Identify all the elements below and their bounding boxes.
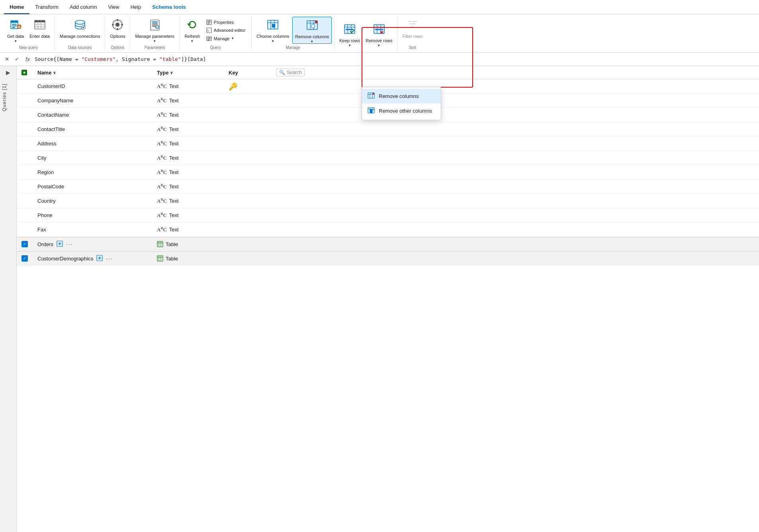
advanced-editor-button[interactable]: fx Advanced editor: [204, 27, 248, 34]
refresh-button[interactable]: Refresh ▾: [182, 17, 203, 44]
advanced-editor-icon: fx: [206, 27, 212, 33]
manage-connections-button[interactable]: Manage connections: [57, 17, 103, 44]
manage-parameters-icon: P: [149, 18, 161, 33]
svg-rect-40: [207, 40, 209, 41]
tab-home[interactable]: Home: [4, 1, 29, 14]
options-button[interactable]: Options: [108, 17, 127, 44]
col-header-type[interactable]: Type ∨: [157, 70, 221, 76]
tab-transform[interactable]: Transform: [29, 1, 64, 14]
filter-rows-icon: A Z: [406, 18, 419, 33]
dropdown-item-remove-columns[interactable]: Remove columns: [362, 89, 441, 104]
keep-rows-button[interactable]: Keep rows ▾: [337, 21, 362, 48]
remove-rows-button[interactable]: Remove rows ▾: [363, 21, 395, 48]
enter-data-button[interactable]: Enter data: [27, 17, 52, 44]
remove-columns-button[interactable]: Remove columns ▾: [292, 17, 332, 44]
sidebar-expand-button[interactable]: ▶: [0, 66, 16, 79]
remove-columns-dropdown: Remove columns Remove other columns: [362, 87, 441, 120]
ribbon-group-parameters: P Manage parameters ▾ Parameters: [130, 16, 179, 50]
type-icon-fax: ABC: [157, 226, 167, 233]
svg-rect-28: [152, 25, 156, 27]
type-text-phone: Text: [169, 212, 179, 218]
cell-name-postalcode: PostalCode: [37, 184, 149, 190]
orders-expand-icon[interactable]: [57, 241, 63, 248]
queries-label[interactable]: Queries [1]: [0, 79, 16, 116]
manage-parameters-button[interactable]: P Manage parameters ▾: [133, 17, 176, 44]
svg-rect-38: [207, 37, 211, 38]
search-box[interactable]: 🔍 Search: [276, 68, 305, 76]
ribbon-group-new-query: Get data ▾ Enter data New query: [2, 16, 55, 50]
cell-name-city: City: [37, 155, 149, 161]
type-text-companyname: Text: [169, 98, 179, 104]
cell-name-phone: Phone: [37, 212, 149, 218]
choose-columns-label: Choose columns: [256, 34, 289, 39]
get-data-chevron: ▾: [15, 39, 17, 43]
ribbon-group-query: Refresh ▾ Properties fx Advanced edit: [180, 16, 252, 50]
type-icon-address: ABC: [157, 140, 167, 147]
svg-rect-26: [152, 22, 158, 23]
filter-rows-label: Filter rows: [403, 34, 423, 39]
query-row-orders: ✓ Orders ···: [17, 237, 759, 251]
ribbon-group-sort: A Z Filter rows Sort: [398, 16, 428, 50]
svg-rect-21: [117, 19, 118, 21]
type-text-city: Text: [169, 155, 179, 161]
options-label: Options: [110, 34, 125, 39]
tab-help[interactable]: Help: [125, 1, 147, 14]
svg-rect-24: [121, 24, 123, 25]
tab-schema-tools[interactable]: Schema tools: [147, 1, 192, 14]
formula-text-end: ]}[Data]: [181, 56, 206, 62]
col-header-name[interactable]: Name ∨: [37, 70, 149, 76]
type-text-fax: Text: [169, 227, 179, 233]
table-header: ■ Name ∨ Type ∨ Key 🔍 Search: [17, 66, 759, 79]
type-text-country: Text: [169, 198, 179, 204]
col-name-chevron: ∨: [53, 70, 56, 75]
choose-columns-button[interactable]: Choose columns ▾: [254, 17, 291, 44]
col-key-label: Key: [229, 70, 238, 76]
filter-rows-button[interactable]: A Z Filter rows: [400, 17, 425, 44]
formula-bar: ✕ ✓ fx Source{[Name = "Customers", Signa…: [0, 53, 759, 66]
orders-more-icon[interactable]: ···: [66, 241, 73, 247]
formula-name-value: "Customers": [81, 56, 115, 62]
manage-icon: [206, 36, 212, 41]
tab-view[interactable]: View: [103, 1, 125, 14]
properties-label: Properties: [214, 20, 234, 25]
refresh-icon: [186, 18, 199, 33]
tab-add-column[interactable]: Add column: [64, 1, 103, 14]
svg-rect-2: [12, 24, 17, 25]
table-row: Fax ABC Text: [17, 223, 759, 237]
table-row: PostalCode ABC Text: [17, 180, 759, 194]
orders-checkbox[interactable]: ✓: [22, 241, 28, 247]
options-icon: [111, 18, 124, 33]
dropdown-item-remove-other-columns[interactable]: Remove other columns: [362, 104, 441, 118]
type-text-postalcode: Text: [169, 184, 179, 190]
keep-rows-chevron: ▾: [349, 43, 351, 48]
ribbon-options-buttons: Options: [108, 17, 127, 44]
table-row: Region ABC Text: [17, 165, 759, 180]
customerdemographics-expand-icon[interactable]: [96, 255, 103, 262]
cell-name-companyname: CompanyName: [37, 98, 149, 104]
cell-name-customerid: CustomerID: [37, 83, 149, 89]
manage-button[interactable]: Manage ▾: [204, 35, 248, 42]
svg-text:Z: Z: [413, 23, 415, 25]
cell-type-postalcode: ABC Text: [157, 183, 221, 190]
customerdemographics-checkbox[interactable]: ✓: [22, 255, 28, 262]
svg-rect-45: [272, 24, 275, 27]
properties-button[interactable]: Properties: [204, 19, 248, 26]
formula-input[interactable]: Source{[Name = "Customers", Signature = …: [35, 56, 756, 62]
svg-rect-33: [207, 22, 211, 23]
get-data-button[interactable]: Get data ▾: [5, 17, 26, 44]
cell-type-fax: ABC Text: [157, 226, 221, 233]
svg-rect-34: [207, 23, 209, 24]
choose-columns-icon: [266, 18, 279, 33]
remove-columns-label: Remove columns: [295, 34, 329, 39]
formula-confirm-button[interactable]: ✓: [13, 55, 21, 63]
svg-rect-94: [370, 109, 372, 113]
formula-cancel-button[interactable]: ✕: [3, 55, 11, 63]
key-icon: 🔑: [229, 82, 237, 90]
type-text-contactname: Text: [169, 112, 179, 118]
type-icon-customerid: ABC: [157, 83, 167, 90]
table-row: Address ABC Text: [17, 137, 759, 151]
cell-type-contacttitle: ABC Text: [157, 126, 221, 133]
choose-columns-chevron: ▾: [272, 39, 274, 43]
customerdemographics-more-icon[interactable]: ···: [106, 255, 113, 262]
ribbon-data-sources-buttons: Manage connections: [57, 17, 103, 44]
